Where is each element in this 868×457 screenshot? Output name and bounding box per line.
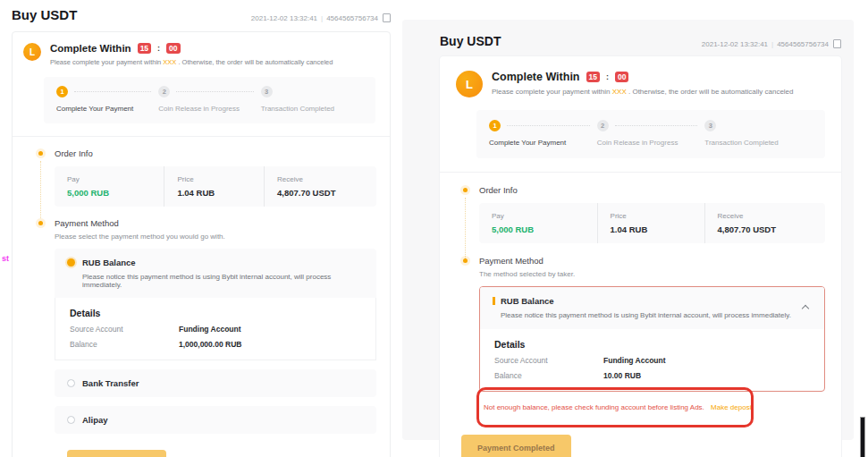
price-column: Price 1.04 RUB xyxy=(597,203,704,243)
price-column: Price 1.04 RUB xyxy=(164,166,264,207)
order-number: 4564565756734 xyxy=(326,14,378,22)
payment-option-rub-balance[interactable]: RUB Balance Please notice this payment m… xyxy=(55,249,376,298)
timer-note: Please complete your payment within XXX … xyxy=(492,88,794,96)
pay-amount: 5,000 RUB xyxy=(492,224,585,234)
order-info-box: Pay 5,000 RUB Price 1.04 RUB Receive 4,8… xyxy=(479,203,825,243)
section-bullet xyxy=(38,151,43,156)
detail-row-balance: Balance 10.00 RUB xyxy=(494,371,810,380)
timer-seconds-badge: 00 xyxy=(166,43,180,54)
clock-icon: L xyxy=(23,43,41,61)
order-info-heading: Order Info xyxy=(55,148,376,158)
process-payment-button[interactable]: Process Payment xyxy=(67,450,166,457)
order-meta: 2021-12-02 13:32:41 | 4564565756734 xyxy=(702,40,841,48)
copy-icon[interactable] xyxy=(835,41,841,48)
payment-details-box: Details Source Account Funding Account B… xyxy=(55,298,376,360)
payment-method-subtitle: Please select the payment method you wou… xyxy=(55,233,376,241)
order-info-section: Order Info Pay 5,000 RUB Price 1.04 RUB … xyxy=(456,185,827,243)
pay-amount: 5,000 RUB xyxy=(67,188,151,198)
detail-row-source-account: Source Account Funding Account xyxy=(70,325,361,334)
right-panel-header: Buy USDT 2021-12-02 13:32:41 | 456456575… xyxy=(440,34,841,48)
step-label: Complete Your Payment xyxy=(56,105,158,113)
order-info-box: Pay 5,000 RUB Price 1.04 RUB Receive 4,8… xyxy=(55,166,376,207)
step-label: Complete Your Payment xyxy=(489,139,597,147)
payment-option-notice: Please notice this payment method is usi… xyxy=(82,273,364,289)
step-coin-release: 2 Coin Release in Progress xyxy=(158,86,260,113)
step-complete-payment: 1 Complete Your Payment xyxy=(489,120,597,147)
order-card: L Complete Within 15 : 00 Please complet… xyxy=(440,56,841,457)
section-bullet xyxy=(463,258,468,263)
details-heading: Details xyxy=(494,339,810,350)
payment-method-section: Payment Method The method selected by ta… xyxy=(456,256,827,413)
payment-option-bank-transfer[interactable]: Bank Transfer xyxy=(55,369,376,397)
section-divider xyxy=(440,172,841,173)
order-card: L Complete Within 15 : 00 Please complet… xyxy=(12,31,391,457)
timer-placeholder: XXX xyxy=(163,58,176,66)
payment-option-alipay[interactable]: Alipay xyxy=(55,406,376,434)
left-order-panel: Buy USDT 2021-12-02 13:32:41 | 456456575… xyxy=(12,7,391,457)
step-coin-release: 2 Coin Release in Progress xyxy=(597,120,705,147)
progress-steps: 1 Complete Your Payment 2 Coin Release i… xyxy=(44,77,375,123)
order-timestamp: 2021-12-02 13:32:41 xyxy=(251,14,317,22)
timer-section: L Complete Within 15 : 00 Please complet… xyxy=(456,71,827,97)
section-bullet xyxy=(463,188,468,192)
step-label: Coin Release in Progress xyxy=(597,139,705,147)
method-accordion-header[interactable]: RUB Balance Please notice this payment m… xyxy=(480,287,824,329)
payment-completed-button[interactable]: Payment Completed xyxy=(461,435,571,457)
radio-unselected-icon[interactable] xyxy=(67,416,75,424)
step-transaction-completed: 3 Transaction Completed xyxy=(261,86,363,113)
radio-selected-icon[interactable] xyxy=(67,258,75,267)
payment-method-heading: Payment Method xyxy=(479,256,825,266)
timer-colon: : xyxy=(606,72,609,81)
balance-error-row: Not enough balance, please check funding… xyxy=(479,402,825,413)
section-bullet xyxy=(38,221,43,225)
receive-column: Receive 4,807.70 USDT xyxy=(704,203,825,243)
receive-column: Receive 4,807.70 USDT xyxy=(264,166,376,207)
order-number: 4564565756734 xyxy=(777,40,829,48)
receive-amount: 4,807.70 USDT xyxy=(718,224,813,234)
page-title: Buy USDT xyxy=(440,34,501,48)
step-label: Coin Release in Progress xyxy=(158,105,260,113)
meta-separator: | xyxy=(771,40,773,48)
step-complete-payment: 1 Complete Your Payment xyxy=(56,86,158,113)
price-amount: 1.04 RUB xyxy=(177,188,251,198)
copy-icon[interactable] xyxy=(384,15,391,22)
payment-method-section: Payment Method Please select the payment… xyxy=(23,218,379,434)
step-number: 2 xyxy=(158,86,170,97)
pay-column: Pay 5,000 RUB xyxy=(479,203,597,243)
meta-separator: | xyxy=(321,14,323,22)
pay-column: Pay 5,000 RUB xyxy=(55,166,164,207)
step-label: Transaction Completed xyxy=(704,139,813,147)
progress-steps: 1 Complete Your Payment 2 Coin Release i… xyxy=(476,110,825,158)
timer-note: Please complete your payment within XXX … xyxy=(50,58,333,66)
payment-details-box: Details Source Account Funding Account B… xyxy=(480,329,824,391)
timer-minutes-badge: 15 xyxy=(586,72,600,82)
detail-row-balance: Balance 1,000,000.00 RUB xyxy=(70,340,361,349)
left-panel-header: Buy USDT 2021-12-02 13:32:41 | 456456575… xyxy=(12,7,391,22)
timer-heading: Complete Within xyxy=(492,71,580,83)
timer-section: L Complete Within 15 : 00 Please complet… xyxy=(23,43,379,66)
timer-heading: Complete Within xyxy=(50,43,131,54)
payment-option-label: Alipay xyxy=(82,415,108,425)
payment-method-heading: Payment Method xyxy=(55,218,376,228)
timer-seconds-badge: 00 xyxy=(615,72,628,82)
step-number: 1 xyxy=(56,86,68,97)
step-number: 1 xyxy=(489,120,501,131)
payment-option-label: RUB Balance xyxy=(82,258,136,267)
detail-row-source-account: Source Account Funding Account xyxy=(494,356,810,365)
timer-colon: : xyxy=(157,44,160,53)
price-amount: 1.04 RUB xyxy=(611,224,692,234)
method-marker-bar xyxy=(493,297,495,305)
radio-unselected-icon[interactable] xyxy=(67,379,75,387)
payment-option-label: Bank Transfer xyxy=(82,378,139,388)
payment-option-notice: Please notice this payment method is usi… xyxy=(501,311,812,319)
step-number: 3 xyxy=(704,120,716,131)
step-number: 3 xyxy=(261,86,273,97)
order-meta: 2021-12-02 13:32:41 | 4564565756734 xyxy=(251,14,391,22)
order-info-section: Order Info Pay 5,000 RUB Price 1.04 RUB … xyxy=(23,148,379,207)
selected-method-box: RUB Balance Please notice this payment m… xyxy=(479,286,825,392)
make-deposit-link[interactable]: Make deposit xyxy=(711,403,754,411)
step-number: 2 xyxy=(597,120,609,131)
action-buttons: Process Payment Cancel Order xyxy=(67,450,379,457)
screen: Buy USDT 2021-12-02 13:32:41 | 456456575… xyxy=(0,0,868,457)
details-heading: Details xyxy=(70,308,361,318)
